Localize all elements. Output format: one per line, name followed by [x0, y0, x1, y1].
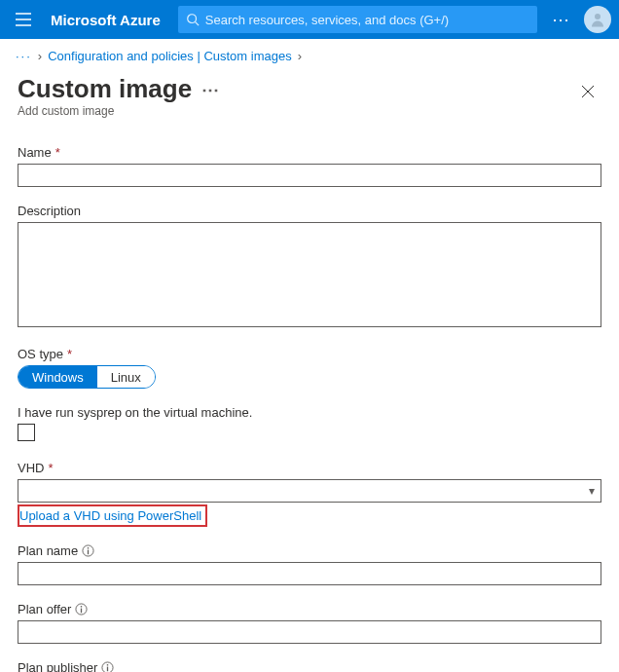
name-label: Name — [18, 145, 52, 160]
close-button[interactable] — [574, 78, 601, 105]
sysprep-checkbox[interactable] — [18, 424, 35, 441]
field-vhd: VHD * ▾ Upload a VHD using PowerShell — [18, 461, 601, 527]
svg-rect-10 — [107, 667, 108, 672]
more-actions-icon[interactable]: ⋯ — [201, 79, 219, 100]
field-plan-publisher: Plan publisher — [18, 660, 601, 672]
global-search[interactable] — [178, 6, 537, 33]
svg-point-6 — [81, 606, 83, 608]
description-label: Description — [18, 204, 81, 218]
overflow-menu-icon[interactable]: ⋯ — [547, 6, 574, 33]
svg-point-1 — [595, 14, 601, 19]
os-type-label: OS type — [18, 347, 63, 361]
sysprep-label: I have run sysprep on the virtual machin… — [18, 405, 252, 420]
svg-point-3 — [88, 547, 90, 549]
description-input[interactable] — [18, 222, 601, 327]
chevron-right-icon: › — [298, 49, 302, 63]
field-os-type: OS type * Windows Linux — [18, 347, 601, 389]
page-subtitle: Add custom image — [18, 104, 219, 118]
svg-rect-4 — [88, 550, 89, 555]
chevron-down-icon: ▾ — [589, 484, 595, 498]
required-star: * — [48, 461, 53, 475]
field-name: Name * — [18, 145, 601, 187]
upload-vhd-link[interactable]: Upload a VHD using PowerShell — [18, 504, 207, 527]
vhd-select[interactable]: ▾ — [18, 479, 601, 503]
info-icon[interactable] — [82, 544, 94, 557]
menu-icon[interactable] — [8, 4, 39, 35]
page-title: Custom image ⋯ — [18, 74, 219, 104]
plan-offer-input[interactable] — [18, 620, 601, 644]
plan-name-input[interactable] — [18, 562, 601, 585]
plan-offer-label: Plan offer — [18, 602, 71, 616]
os-windows-option[interactable]: Windows — [18, 366, 97, 388]
chevron-right-icon: › — [38, 49, 42, 63]
search-input[interactable] — [205, 13, 529, 27]
info-icon[interactable] — [101, 661, 114, 672]
os-type-toggle: Windows Linux — [18, 365, 156, 389]
field-plan-offer: Plan offer — [18, 602, 601, 644]
breadcrumb-link[interactable]: Configuration and policies | Custom imag… — [48, 49, 292, 63]
field-plan-name: Plan name — [18, 543, 601, 585]
info-icon[interactable] — [75, 603, 88, 616]
svg-point-0 — [188, 15, 197, 23]
search-icon — [186, 13, 200, 26]
close-icon — [581, 85, 595, 98]
custom-image-form: Name * Description OS type * Windows Lin… — [0, 124, 619, 672]
field-sysprep: I have run sysprep on the virtual machin… — [18, 405, 601, 444]
name-input[interactable] — [18, 164, 601, 187]
plan-name-label: Plan name — [18, 543, 78, 558]
brand-label: Microsoft Azure — [51, 12, 161, 28]
breadcrumb-ellipsis[interactable]: ··· — [16, 49, 32, 63]
breadcrumb: ··· › Configuration and policies | Custo… — [0, 39, 619, 72]
user-avatar[interactable] — [584, 6, 611, 33]
svg-rect-7 — [81, 609, 82, 614]
required-star: * — [67, 347, 72, 361]
page-title-text: Custom image — [18, 74, 192, 104]
azure-topbar: Microsoft Azure ⋯ — [0, 0, 619, 39]
page-header: Custom image ⋯ Add custom image — [0, 72, 619, 124]
field-description: Description — [18, 204, 601, 330]
svg-point-9 — [107, 664, 109, 666]
vhd-label: VHD — [18, 461, 44, 475]
required-star: * — [55, 145, 60, 160]
os-linux-option[interactable]: Linux — [97, 366, 155, 388]
plan-publisher-label: Plan publisher — [18, 660, 97, 672]
